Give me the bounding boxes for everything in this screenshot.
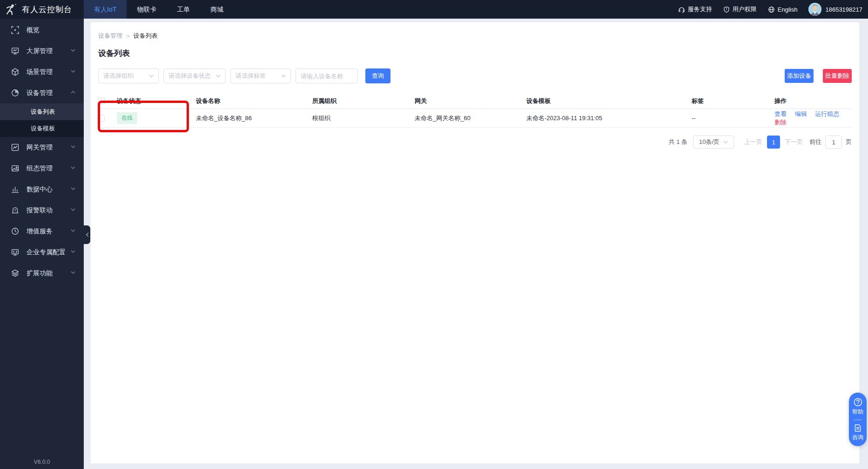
org-select[interactable]: 请选择组织	[98, 68, 159, 83]
gateway-icon	[11, 143, 19, 151]
sidebar-item-configuration-management[interactable]: 组态管理	[0, 158, 84, 179]
status-badge: 在线	[117, 112, 137, 124]
pagination: 共 1 条 10条/页 上一页 1 下一页 前往 页	[98, 136, 852, 149]
total-count: 共 1 条	[669, 138, 687, 146]
sidebar-item-device-template[interactable]: 设备模板	[0, 120, 84, 137]
sidebar-item-label: 网关管理	[27, 143, 53, 152]
device-table: 设备状态 设备名称 所属组织 网关 设备模板 标签 操作 在线 未命名_设备名称…	[98, 94, 852, 128]
topbar: 有人云控制台 有人IoT 物联卡 工单 商城 服务支持	[0, 0, 868, 19]
delete-link[interactable]: 删除	[774, 119, 787, 126]
sidebar-item-overview[interactable]: 概览	[0, 20, 84, 41]
overview-icon	[11, 26, 19, 34]
sidebar-item-data-center[interactable]: 数据中心	[0, 179, 84, 200]
breadcrumb-current: 设备列表	[134, 32, 158, 40]
sidebar-item-label: 大屏管理	[27, 47, 53, 55]
consult-label[interactable]: 咨询	[852, 434, 863, 442]
header-device-status: 设备状态	[117, 97, 196, 105]
header-template: 设备模板	[526, 97, 692, 105]
sidebar-item-alarm-linkage[interactable]: 报警联动	[0, 200, 84, 221]
account-phone: 18653198217	[825, 6, 862, 13]
view-link[interactable]: 查看	[774, 110, 787, 117]
sidebar-item-label: 企业专属配置	[27, 248, 66, 257]
sidebar-item-device-management[interactable]: 设备管理	[0, 82, 84, 103]
edit-link[interactable]: 编辑	[795, 110, 807, 117]
search-button[interactable]: 查询	[365, 68, 390, 83]
chevron-down-icon	[71, 145, 75, 150]
divider	[854, 420, 862, 420]
tag-select-placeholder: 请选择标签	[236, 72, 266, 80]
chevron-down-icon	[71, 187, 75, 192]
avatar	[808, 3, 821, 16]
sidebar-menu: 概览 大屏管理 场景管理	[0, 19, 84, 284]
content-card: 设备管理 > 设备列表 设备列表 请选择组织 请选择设备状态 请选择标签	[91, 22, 859, 463]
floating-help-menu: 帮助 咨询	[849, 393, 867, 446]
cell-org: 根组织	[312, 114, 415, 122]
globe-icon	[768, 6, 775, 13]
user-permission-label: 用户权限	[733, 5, 757, 14]
select-all-checkbox[interactable]	[98, 98, 105, 104]
alarm-icon	[11, 206, 19, 214]
chevron-down-icon	[71, 250, 75, 255]
table-header-row: 设备状态 设备名称 所属组织 网关 设备模板 标签 操作	[98, 94, 852, 109]
add-device-button[interactable]: 添加设备	[785, 69, 814, 83]
goto-label: 前往	[809, 138, 821, 146]
tab-mall[interactable]: 商城	[200, 0, 234, 19]
help-question-icon[interactable]	[854, 398, 862, 407]
header-org: 所属组织	[312, 97, 415, 105]
help-label[interactable]: 帮助	[852, 408, 863, 416]
sidebar-item-label: 报警联动	[27, 206, 53, 215]
device-name-input[interactable]	[296, 68, 358, 83]
page-size-select[interactable]: 10条/页	[693, 136, 734, 149]
batch-delete-button[interactable]: 批量删除	[823, 69, 852, 83]
device-status-select[interactable]: 请选择设备状态	[163, 68, 226, 83]
run-configuration-link[interactable]: 运行组态	[815, 110, 839, 117]
header-tag: 标签	[692, 97, 774, 105]
sidebar-item-label: 组态管理	[27, 164, 53, 173]
shield-icon	[723, 6, 730, 13]
table-row: 在线 未命名_设备名称_86 根组织 未命名_网关名称_60 未命名-2023-…	[98, 109, 852, 128]
device-management-submenu: 设备列表 设备模板	[0, 103, 84, 137]
sidebar-item-device-list[interactable]: 设备列表	[0, 103, 84, 120]
sidebar-item-label: 数据中心	[27, 185, 53, 194]
chevron-down-icon	[723, 141, 728, 143]
sidebar-item-gateway-management[interactable]: 网关管理	[0, 137, 84, 158]
service-support-label: 服务支持	[688, 5, 712, 14]
cube-icon	[11, 68, 19, 76]
user-account[interactable]: 18653198217	[808, 3, 862, 16]
prev-page-button[interactable]: 上一页	[744, 138, 762, 146]
tab-usr-iot[interactable]: 有人IoT	[84, 0, 127, 19]
cell-template: 未命名-2023-08-11 19:31:05	[526, 114, 692, 122]
service-support[interactable]: 服务支持	[678, 5, 712, 14]
clock-icon	[11, 227, 19, 235]
consult-document-icon[interactable]	[854, 424, 862, 432]
goto-page-input[interactable]	[825, 136, 842, 149]
sidebar-item-scene-management[interactable]: 场景管理	[0, 61, 84, 82]
sidebar-item-value-added-services[interactable]: 增值服务	[0, 221, 84, 242]
big-screen-icon	[11, 47, 19, 55]
sidebar-item-label: 设备管理	[27, 89, 53, 97]
tab-work-order[interactable]: 工单	[167, 0, 200, 19]
breadcrumb-parent[interactable]: 设备管理	[98, 32, 122, 40]
image-icon	[11, 164, 19, 172]
page-title: 设备列表	[98, 48, 852, 59]
cell-actions: 查看 编辑 运行组态 删除	[774, 110, 852, 127]
chevron-down-icon	[149, 75, 154, 77]
tag-select[interactable]: 请选择标签	[230, 68, 291, 83]
sidebar-collapse-handle[interactable]	[84, 225, 90, 244]
page-number-1[interactable]: 1	[767, 136, 780, 149]
next-page-button[interactable]: 下一页	[785, 138, 803, 146]
sidebar-item-screen-management[interactable]: 大屏管理	[0, 41, 84, 61]
goto-suffix-label: 页	[846, 138, 852, 146]
row-checkbox[interactable]	[98, 115, 105, 122]
logo-area[interactable]: 有人云控制台	[0, 3, 84, 15]
breadcrumb-separator: >	[126, 33, 130, 40]
language-label: English	[778, 6, 798, 13]
tab-iot-card[interactable]: 物联卡	[127, 0, 167, 19]
language-switch[interactable]: English	[768, 6, 798, 13]
sidebar-item-enterprise-config[interactable]: 企业专属配置	[0, 242, 84, 263]
sidebar-item-label: 场景管理	[27, 68, 53, 76]
chevron-down-icon	[71, 70, 75, 75]
chevron-down-icon	[71, 208, 75, 213]
sidebar-item-extended-functions[interactable]: 扩展功能	[0, 263, 84, 284]
user-permission[interactable]: 用户权限	[723, 5, 757, 14]
